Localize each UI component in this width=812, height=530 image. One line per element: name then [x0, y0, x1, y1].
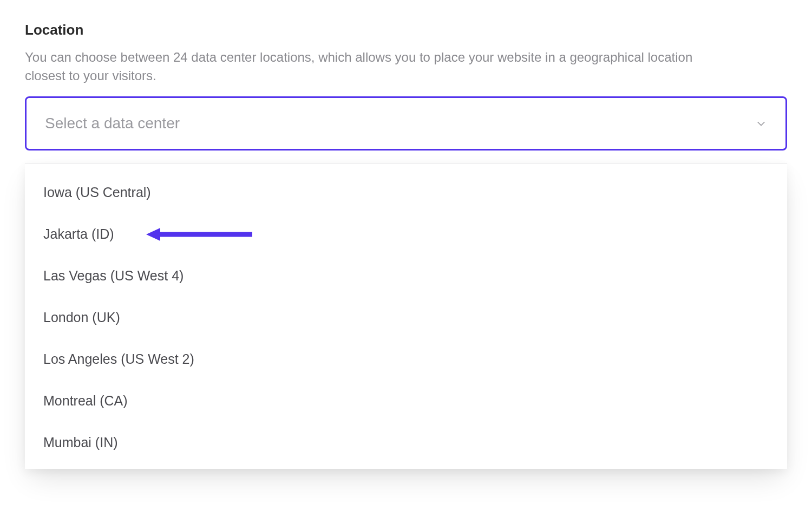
option-label: Jakarta (ID): [43, 226, 114, 242]
data-center-select[interactable]: Select a data center: [25, 96, 787, 151]
option-label: London (UK): [43, 310, 120, 325]
option-jakarta[interactable]: Jakarta (ID): [25, 213, 787, 255]
arrow-left-icon: [146, 227, 252, 242]
section-description: You can choose between 24 data center lo…: [25, 48, 723, 84]
option-iowa[interactable]: Iowa (US Central): [25, 172, 787, 213]
chevron-down-icon: [755, 117, 767, 129]
option-london[interactable]: London (UK): [25, 297, 787, 338]
section-title: Location: [25, 22, 787, 38]
data-center-dropdown: Iowa (US Central) Jakarta (ID) Las Vegas…: [25, 163, 787, 469]
option-las-vegas[interactable]: Las Vegas (US West 4): [25, 255, 787, 297]
option-label: Montreal (CA): [43, 393, 128, 409]
option-los-angeles[interactable]: Los Angeles (US West 2): [25, 338, 787, 380]
option-label: Iowa (US Central): [43, 185, 151, 200]
select-placeholder: Select a data center: [45, 115, 180, 132]
option-label: Las Vegas (US West 4): [43, 268, 184, 284]
option-montreal[interactable]: Montreal (CA): [25, 380, 787, 422]
option-mumbai[interactable]: Mumbai (IN): [25, 422, 787, 463]
option-label: Mumbai (IN): [43, 435, 118, 450]
option-label: Los Angeles (US West 2): [43, 351, 194, 367]
svg-marker-1: [146, 228, 160, 241]
